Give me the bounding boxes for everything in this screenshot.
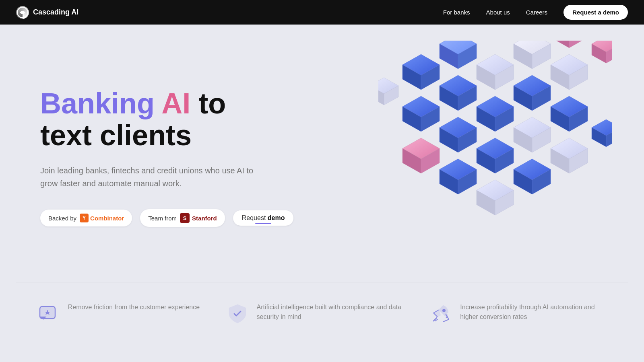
hero-title-ai: AI [161, 87, 190, 119]
feature-item-3: $ Increase profitability through AI auto… [429, 302, 607, 325]
svg-marker-12 [569, 41, 588, 48]
logo-text: Cascading AI [33, 8, 78, 16]
hero-title-line2: text clients [40, 119, 192, 151]
cube-illustration [378, 41, 612, 250]
yc-icon: Y [80, 214, 89, 222]
feature-item-2: Artificial intelligence built with compl… [226, 302, 403, 325]
nav-request-demo-button[interactable]: Request a demo [564, 5, 628, 20]
stanford-logo: S Stanford [180, 213, 217, 223]
svg-rect-72 [429, 302, 452, 325]
feature-item-1: Remove friction from the customer experi… [37, 302, 200, 325]
hero-content: Banking AI to text clients Join leading … [40, 88, 293, 227]
hero-subtitle: Join leading banks, fintechs and credit … [40, 164, 266, 190]
badge-yc: Backed by Y Combinator [40, 210, 132, 226]
feature-text-2: Artificial intelligence built with compl… [257, 302, 403, 322]
yc-text: Combinator [90, 215, 124, 222]
svg-point-73 [442, 309, 446, 312]
request-demo-prefix: Request [242, 214, 268, 221]
logo[interactable]: Cascading AI [16, 6, 78, 19]
hero-badges: Backed by Y Combinator Team from S Stanf… [40, 209, 293, 227]
badge-team-prefix: Team from [148, 215, 177, 222]
stanford-text: Stanford [192, 215, 217, 222]
svg-marker-11 [551, 41, 569, 48]
yc-logo: Y Combinator [80, 214, 124, 222]
nav-link-about-us[interactable]: About us [486, 9, 510, 16]
features-section: Remove friction from the customer experi… [0, 282, 644, 345]
request-demo-bold: demo [268, 214, 285, 221]
nav-links: For banks About us Careers Request a dem… [443, 5, 628, 20]
badge-stanford: Team from S Stanford [140, 209, 225, 227]
hero-visual [362, 57, 604, 258]
svg-text:$: $ [446, 314, 448, 319]
feature-text-3: Increase profitability through AI automa… [460, 302, 607, 322]
stanford-icon: S [180, 213, 190, 223]
shield-check-icon [226, 302, 249, 325]
hero-section: Banking AI to text clients Join leading … [0, 25, 644, 282]
navbar: Cascading AI For banks About us Careers … [0, 0, 644, 25]
chat-star-icon [37, 302, 60, 325]
hero-request-demo-button[interactable]: Request demo [233, 210, 294, 226]
hero-title: Banking AI to text clients [40, 88, 293, 151]
rocket-money-icon: $ [429, 302, 452, 325]
feature-text-1: Remove friction from the customer experi… [68, 302, 200, 312]
hero-title-banking: Banking [40, 87, 161, 119]
nav-link-for-banks[interactable]: For banks [443, 9, 470, 16]
logo-icon [16, 6, 29, 19]
badge-backed-prefix: Backed by [48, 215, 76, 222]
hero-title-to: to [190, 87, 226, 119]
nav-link-careers[interactable]: Careers [526, 9, 547, 16]
